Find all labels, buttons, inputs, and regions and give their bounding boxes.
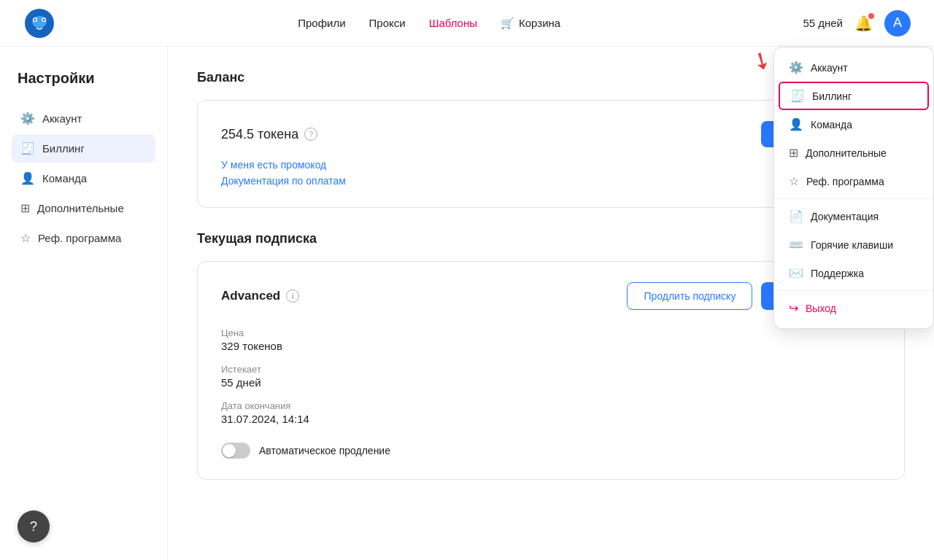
subscription-help-icon[interactable]: i <box>286 289 299 303</box>
balance-help-icon[interactable]: ? <box>304 128 317 141</box>
dropdown-support[interactable]: ✉️ Поддержка <box>774 259 933 287</box>
header-right: 55 дней 🔔 A <box>803 10 911 36</box>
price-value: 329 токенов <box>221 340 881 352</box>
account-sidebar-icon: ⚙️ <box>20 112 35 125</box>
nav-profiles[interactable]: Профили <box>298 17 345 30</box>
logo[interactable] <box>23 7 55 39</box>
dropdown-extra[interactable]: ⊞ Дополнительные <box>774 139 933 167</box>
end-date-field: Дата окончания 31.07.2024, 14:14 <box>221 400 881 425</box>
header: Профили Прокси Шаблоны 🛒 Корзина 55 дней… <box>0 0 934 47</box>
referral-sidebar-icon: ☆ <box>20 231 31 245</box>
dropdown-team[interactable]: 👤 Команда <box>774 110 933 139</box>
sidebar-item-referral[interactable]: ☆ Реф. программа <box>12 224 155 252</box>
cart-icon: 🛒 <box>501 17 514 30</box>
user-dropdown: ⚙️ Аккаунт 🧾 Биллинг 👤 Команда ⊞ Дополни… <box>773 47 934 329</box>
svg-point-5 <box>43 18 45 20</box>
subscription-name: Advanced i <box>221 289 299 303</box>
expires-field: Истекает 55 дней <box>221 364 881 389</box>
sidebar-title: Настройки <box>12 70 155 87</box>
svg-point-4 <box>34 18 36 20</box>
sidebar: Настройки ⚙️ Аккаунт 🧾 Биллинг 👤 Команда… <box>0 47 168 560</box>
dropdown-docs[interactable]: 📄 Документация <box>774 202 933 230</box>
support-button[interactable]: ? <box>18 510 50 542</box>
team-sidebar-icon: 👤 <box>20 171 35 185</box>
sidebar-item-team[interactable]: 👤 Команда <box>12 164 155 192</box>
dropdown-hotkeys[interactable]: ⌨️ Горячие клавиши <box>774 230 933 259</box>
support-question-icon: ? <box>30 519 37 534</box>
extend-subscription-button[interactable]: Продлить подписку <box>627 282 752 310</box>
end-date-label: Дата окончания <box>221 400 881 411</box>
dropdown-divider-2 <box>774 290 933 291</box>
subscription-details: Цена 329 токенов Истекает 55 дней Дата о… <box>221 327 881 459</box>
support-icon: ✉️ <box>789 266 803 280</box>
auto-renew-toggle[interactable] <box>221 443 250 459</box>
logout-icon: ↪ <box>789 301 798 315</box>
dropdown-billing[interactable]: 🧾 Биллинг <box>779 82 929 110</box>
notification-dot <box>868 13 874 19</box>
notifications-bell[interactable]: 🔔 <box>854 15 873 32</box>
sidebar-item-billing[interactable]: 🧾 Биллинг <box>12 134 155 163</box>
price-field: Цена 329 токенов <box>221 327 881 352</box>
hotkeys-icon: ⌨️ <box>789 238 803 252</box>
account-icon: ⚙️ <box>789 61 803 74</box>
billing-icon: 🧾 <box>790 89 805 103</box>
auto-renew-label: Автоматическое продление <box>259 445 390 456</box>
user-avatar[interactable]: A <box>884 10 911 36</box>
docs-icon: 📄 <box>789 209 803 223</box>
expires-value: 55 дней <box>221 376 881 389</box>
extra-sidebar-icon: ⊞ <box>20 201 30 215</box>
dropdown-account[interactable]: ⚙️ Аккаунт <box>774 53 933 82</box>
dropdown-divider-1 <box>774 198 933 199</box>
expires-label: Истекает <box>221 364 881 375</box>
sidebar-item-extra[interactable]: ⊞ Дополнительные <box>12 194 155 222</box>
sidebar-item-account[interactable]: ⚙️ Аккаунт <box>12 104 155 133</box>
billing-sidebar-icon: 🧾 <box>20 141 35 155</box>
dropdown-referral[interactable]: ☆ Реф. программа <box>774 167 933 195</box>
nav-proxy[interactable]: Прокси <box>369 17 406 30</box>
price-label: Цена <box>221 327 881 338</box>
referral-icon: ☆ <box>789 174 799 188</box>
end-date-value: 31.07.2024, 14:14 <box>221 413 881 425</box>
dropdown-logout[interactable]: ↪ Выход <box>774 294 933 322</box>
nav-templates[interactable]: Шаблоны <box>429 17 477 30</box>
days-remaining: 55 дней <box>803 17 843 29</box>
extra-icon: ⊞ <box>789 146 798 160</box>
balance-amount: 254.5 токена ? <box>221 127 317 142</box>
auto-renew-row: Автоматическое продление <box>221 443 881 459</box>
main-nav: Профили Прокси Шаблоны 🛒 Корзина <box>298 17 560 30</box>
toggle-thumb <box>223 444 236 457</box>
nav-cart[interactable]: 🛒 Корзина <box>501 17 560 30</box>
team-icon: 👤 <box>789 117 803 131</box>
